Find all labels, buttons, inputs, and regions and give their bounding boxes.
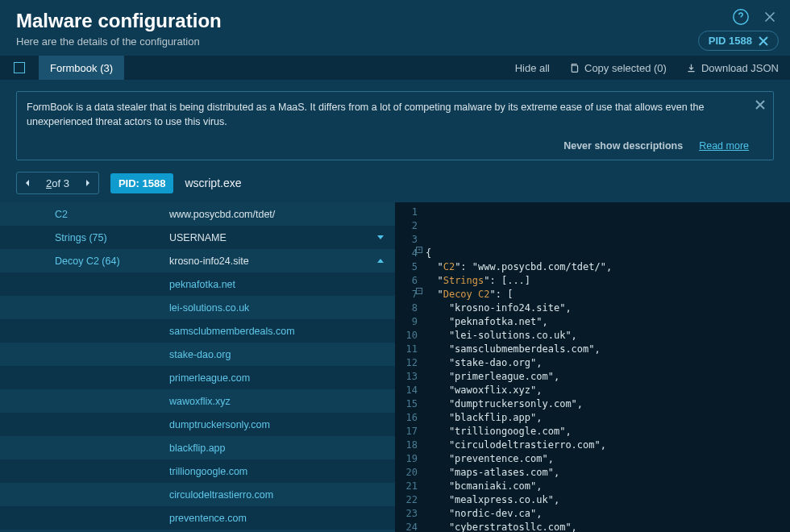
- tree-value: circulodeltrastierro.com: [0, 489, 395, 501]
- tree-value: primerleague.com: [0, 372, 395, 384]
- tab-label: Formbook (3): [50, 62, 113, 74]
- pager-next-button[interactable]: [77, 172, 98, 193]
- tree-row-decoy-item[interactable]: trilliongoogle.com: [0, 459, 395, 483]
- tree-value: preventence.com: [0, 513, 395, 524]
- close-icon[interactable]: [761, 8, 779, 26]
- download-icon: [686, 63, 696, 73]
- svg-rect-1: [572, 65, 577, 72]
- tree-row-decoy-item[interactable]: circulodeltrastierro.com: [0, 483, 395, 506]
- chevron-down-icon: [377, 235, 384, 239]
- copy-selected-button[interactable]: Copy selected (0): [569, 62, 667, 74]
- tab-bar: Formbook (3) Hide all Copy selected (0) …: [0, 56, 790, 80]
- never-show-link[interactable]: Never show descriptions: [563, 140, 683, 152]
- banner-close-icon[interactable]: [755, 100, 765, 110]
- pid-filter-badge[interactable]: PID 1588: [698, 31, 779, 51]
- tree-row-decoy-item[interactable]: primerleague.com: [0, 366, 395, 389]
- pid-filter-label: PID 1588: [709, 35, 752, 47]
- process-name: wscript.exe: [185, 177, 241, 189]
- tree-row-decoy-item[interactable]: preventence.com: [0, 506, 395, 530]
- page-title: Malware configuration: [16, 10, 774, 32]
- tree-key: Strings (75): [0, 232, 169, 243]
- tree-value: peknafotka.net: [0, 279, 395, 290]
- tree-value: blackflip.app: [0, 443, 395, 454]
- tree-value: stake-dao.org: [0, 349, 395, 360]
- pager-position: 2 of 3: [38, 172, 77, 193]
- tree-row-decoy-item[interactable]: lei-solutions.co.uk: [0, 296, 395, 319]
- json-viewer[interactable]: 1234567891011121314151617181920212223242…: [395, 202, 790, 532]
- banner-text: FormBook is a data stealer that is being…: [27, 100, 749, 129]
- tree-value: USERNAME: [169, 232, 377, 243]
- tree-key: Decoy C2 (64): [0, 256, 169, 267]
- page-subtitle: Here are the details of the configuratio…: [16, 35, 774, 48]
- tab-formbook[interactable]: Formbook (3): [39, 56, 124, 80]
- tree-row-decoy-item[interactable]: stake-dao.org: [0, 343, 395, 366]
- tree-value: krosno-info24.site: [169, 256, 377, 267]
- code-content: + − { "C2": "www.posycbd.com/tdet/", "St…: [422, 202, 790, 532]
- tree-row-decoy-item[interactable]: wawoxflix.xyz: [0, 389, 395, 413]
- select-all-checkbox[interactable]: [0, 62, 39, 73]
- description-banner: FormBook is a data stealer that is being…: [16, 91, 774, 160]
- tree-value: trilliongoogle.com: [0, 466, 395, 477]
- help-icon[interactable]: [732, 8, 750, 26]
- tree-row-c2[interactable]: C2 www.posycbd.com/tdet/: [0, 202, 395, 226]
- copy-icon: [569, 63, 580, 73]
- checkbox-icon: [14, 62, 25, 73]
- read-more-link[interactable]: Read more: [699, 140, 749, 152]
- tree-row-strings[interactable]: Strings (75) USERNAME: [0, 226, 395, 249]
- pager-prev-button[interactable]: [17, 172, 38, 193]
- pager: 2 of 3: [16, 172, 99, 194]
- tree-row-decoy-item[interactable]: samsclubmemberdeals.com: [0, 319, 395, 343]
- tree-row-decoy-item[interactable]: peknafotka.net: [0, 272, 395, 296]
- tree-key: C2: [0, 209, 169, 220]
- tree-row-decoy-item[interactable]: blackflip.app: [0, 436, 395, 459]
- line-gutter: 1234567891011121314151617181920212223242…: [395, 202, 422, 532]
- config-tree[interactable]: C2 www.posycbd.com/tdet/ Strings (75) US…: [0, 202, 395, 532]
- hide-all-button[interactable]: Hide all: [515, 62, 550, 74]
- pid-chip: PID: 1588: [110, 173, 174, 193]
- tree-row-decoy-item[interactable]: dumptruckersonly.com: [0, 413, 395, 436]
- tree-value: dumptruckersonly.com: [0, 419, 395, 430]
- tree-value: lei-solutions.co.uk: [0, 302, 395, 314]
- tree-value: wawoxflix.xyz: [0, 396, 395, 407]
- tree-value: www.posycbd.com/tdet/: [169, 209, 395, 220]
- chevron-up-icon: [377, 259, 384, 263]
- clear-pid-icon[interactable]: [759, 36, 768, 46]
- tree-row-decoy-c2[interactable]: Decoy C2 (64) krosno-info24.site: [0, 249, 395, 272]
- tree-value: samsclubmemberdeals.com: [0, 326, 395, 337]
- download-json-button[interactable]: Download JSON: [686, 62, 779, 74]
